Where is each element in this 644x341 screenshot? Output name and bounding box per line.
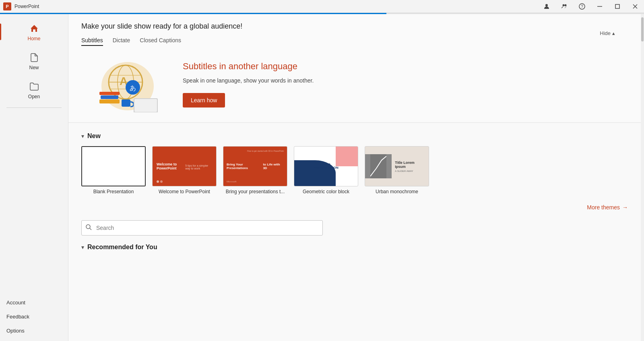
- scrollbar-track[interactable]: [641, 14, 644, 341]
- urban-template-name: Urban monochrome: [365, 189, 429, 194]
- new-section-header: ▾ New: [81, 132, 628, 140]
- svg-point-2: [565, 4, 567, 6]
- blank-slide-preview: [82, 147, 145, 186]
- template-3d[interactable]: Bring Your Presentations to Life with 3D…: [223, 146, 287, 194]
- urban-title-text2: Ipsum: [395, 165, 425, 169]
- 3d-right-text: How to get started with 3D in PowerPoint: [247, 150, 284, 152]
- more-themes-label: More themes: [587, 204, 620, 211]
- sidebar-bottom: Account Feedback Options: [0, 296, 68, 338]
- recommended-chevron-icon[interactable]: ▾: [81, 244, 84, 250]
- blank-thumbnail: [81, 146, 146, 186]
- tab-closed-captions[interactable]: Closed Captions: [140, 37, 181, 46]
- app-title: PowerPoint: [14, 4, 39, 9]
- welcome-subtitle: 5 tips for a simpler way to work: [185, 164, 212, 170]
- 3d-bottom-text: Microsoft: [227, 180, 236, 183]
- home-icon: [28, 22, 41, 35]
- promo-subtitle: Subtitles in another language: [183, 61, 628, 72]
- user-icon[interactable]: [541, 1, 552, 12]
- search-input[interactable]: [81, 220, 323, 236]
- promo-description: Speak in one language, show your words i…: [183, 76, 628, 85]
- template-welcome[interactable]: Welcome to PowerPoint 5 tips for a simpl…: [152, 146, 217, 194]
- urban-right: Title Lorem Ipsum A SLIDER AWAY: [392, 157, 429, 176]
- geometric-template-name: Geometric color block: [294, 189, 358, 194]
- svg-rect-19: [101, 95, 118, 99]
- 3d-title-text2: to Life with 3D: [263, 163, 284, 170]
- svg-line-27: [90, 228, 91, 230]
- 3d-template-name: Bring your presentations t...: [223, 189, 287, 194]
- promo-tabs: Subtitles Dictate Closed Captions: [81, 37, 628, 46]
- promo-illustration: A あ: [81, 54, 170, 114]
- welcome-thumbnail: Welcome to PowerPoint 5 tips for a simpl…: [152, 146, 217, 186]
- app-layout: Home New Open Account Feedback Options M…: [0, 14, 644, 341]
- sidebar-home-label: Home: [27, 36, 40, 41]
- urban-subtitle-text: A SLIDER AWAY: [395, 170, 425, 172]
- title-bar-left: P PowerPoint: [3, 2, 39, 10]
- welcome-template-name: Welcome to PowerPoint: [152, 189, 217, 194]
- promo-banner: Make your slide show ready for a global …: [68, 14, 641, 123]
- svg-point-26: [86, 225, 90, 229]
- sidebar-item-options[interactable]: Options: [0, 324, 68, 338]
- blank-template-name: Blank Presentation: [81, 189, 146, 194]
- hide-label: Hide: [600, 30, 611, 36]
- sidebar-item-open[interactable]: Open: [3, 76, 65, 103]
- sidebar-item-home[interactable]: Home: [3, 18, 65, 45]
- hide-button[interactable]: Hide ▴: [600, 30, 615, 36]
- learn-how-button[interactable]: Learn how: [183, 93, 225, 107]
- main-content: Make your slide show ready for a global …: [68, 14, 641, 341]
- tab-dictate[interactable]: Dictate: [113, 37, 130, 46]
- template-grid: Blank Presentation Welcome to PowerPoint…: [81, 146, 628, 194]
- search-icon: [85, 224, 92, 232]
- recommended-section-header: ▾ Recommended for You: [81, 244, 628, 251]
- scrollbar-thumb[interactable]: [641, 17, 644, 41]
- minimize-button[interactable]: [594, 1, 605, 12]
- 3d-title-text: Bring Your Presentations: [227, 163, 263, 170]
- welcome-title: Welcome to PowerPoint: [157, 162, 185, 170]
- sidebar-new-label: New: [29, 65, 39, 70]
- more-themes-link[interactable]: More themes →: [81, 204, 628, 211]
- search-container: [81, 220, 628, 236]
- collaborate-icon[interactable]: [559, 1, 570, 12]
- template-geometric[interactable]: BASIC PRESENTATION Geometric color block: [294, 146, 358, 194]
- svg-text:?: ?: [581, 4, 583, 9]
- 3d-thumbnail: Bring Your Presentations to Life with 3D…: [223, 146, 287, 186]
- open-folder-icon: [28, 80, 41, 93]
- svg-point-0: [545, 4, 548, 6]
- restore-button[interactable]: [612, 1, 623, 12]
- urban-left: [365, 154, 392, 178]
- recommended-title: Recommended for You: [87, 244, 157, 251]
- svg-point-1: [563, 4, 565, 6]
- template-blank[interactable]: Blank Presentation: [81, 146, 146, 194]
- geo-pink-shape: [336, 147, 358, 166]
- globe-svg: A あ: [85, 56, 166, 112]
- promo-text-area: Subtitles in another language Speak in o…: [183, 61, 628, 107]
- geometric-thumbnail: BASIC PRESENTATION: [294, 146, 358, 186]
- more-themes-arrow-icon: →: [622, 204, 628, 211]
- svg-rect-18: [99, 99, 120, 103]
- sidebar-divider: [6, 107, 62, 108]
- template-urban[interactable]: Title Lorem Ipsum A SLIDER AWAY Urban mo…: [365, 146, 429, 194]
- new-doc-icon: [28, 51, 41, 64]
- urban-thumbnail: Title Lorem Ipsum A SLIDER AWAY: [365, 146, 429, 186]
- promo-content: A あ: [81, 54, 628, 114]
- help-icon[interactable]: ?: [576, 1, 588, 12]
- sidebar-item-account[interactable]: Account: [0, 296, 68, 310]
- hide-chevron-icon: ▴: [612, 30, 615, 36]
- svg-text:あ: あ: [130, 85, 136, 91]
- sidebar-item-feedback[interactable]: Feedback: [0, 310, 68, 324]
- powerpoint-logo: P: [3, 2, 11, 10]
- svg-rect-6: [615, 4, 619, 8]
- svg-rect-23: [134, 99, 157, 112]
- svg-rect-20: [99, 92, 120, 95]
- new-section-title: New: [87, 132, 101, 140]
- close-button[interactable]: [630, 1, 641, 12]
- tab-subtitles[interactable]: Subtitles: [81, 37, 103, 46]
- sidebar-item-new[interactable]: New: [3, 47, 65, 74]
- new-section-chevron[interactable]: ▾: [81, 133, 84, 139]
- sidebar-open-label: Open: [28, 94, 40, 99]
- title-bar: P PowerPoint ?: [0, 0, 644, 13]
- title-bar-controls: ?: [541, 1, 641, 12]
- urban-title-text: Title Lorem: [395, 161, 425, 165]
- sidebar: Home New Open Account Feedback Options: [0, 14, 68, 341]
- promo-title: Make your slide show ready for a global …: [81, 22, 628, 31]
- svg-rect-21: [122, 99, 130, 107]
